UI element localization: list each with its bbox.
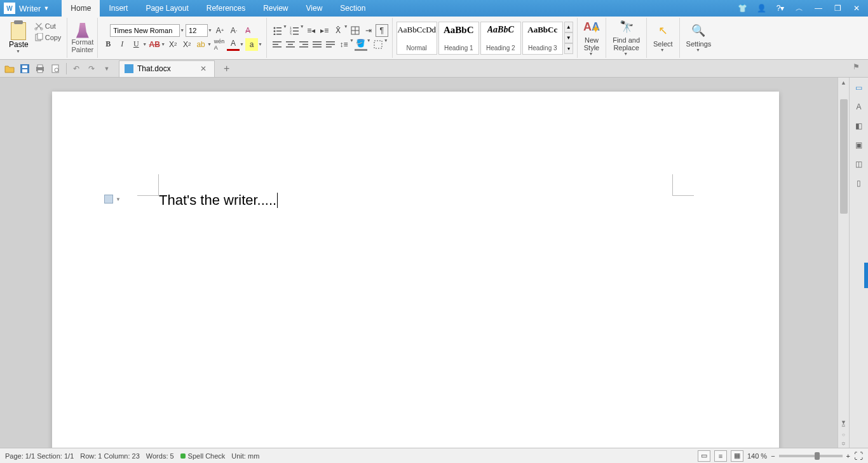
status-page[interactable]: Page: 1/1 Section: 1/1	[5, 452, 74, 460]
status-spellcheck[interactable]: Spell Check	[180, 452, 226, 460]
align-distribute-button[interactable]	[324, 38, 337, 51]
styles-more-icon[interactable]: ▾	[564, 43, 573, 54]
tab-view[interactable]: View	[297, 0, 332, 17]
pane-select-icon[interactable]: ◧	[853, 120, 865, 132]
increase-indent-button[interactable]: ▸≡	[318, 24, 331, 37]
styles-down-icon[interactable]: ▼	[564, 32, 573, 43]
status-row-col[interactable]: Row: 1 Column: 23	[80, 452, 140, 460]
superscript-button[interactable]: X2	[180, 38, 193, 51]
close-icon[interactable]: ✕	[851, 3, 862, 13]
view-outline-button[interactable]: ≡	[714, 450, 727, 462]
decrease-indent-button[interactable]: ≡◂	[305, 24, 318, 37]
zoom-out-button[interactable]: −	[771, 452, 775, 460]
browse-object-icon[interactable]: ○	[838, 430, 849, 439]
tab-review[interactable]: Review	[254, 0, 297, 17]
paragraph-handle[interactable]: ▼	[104, 195, 121, 204]
collapse-ribbon-icon[interactable]: ︿	[794, 3, 804, 13]
format-painter-button[interactable]: Format Painter	[71, 23, 93, 53]
grow-font-button[interactable]: A+	[214, 24, 226, 37]
numbering-button[interactable]: 123	[288, 24, 301, 37]
pane-navigation-icon[interactable]: ▭	[853, 81, 865, 94]
line-spacing-button[interactable]: ↕≡	[337, 38, 350, 51]
app-menu-dropdown[interactable]: ▼	[43, 5, 49, 11]
zoom-handle[interactable]	[815, 452, 820, 460]
font-name-dropdown[interactable]: ▼	[180, 28, 184, 32]
document-tab[interactable]: That.docx ✕	[119, 60, 215, 77]
tab-references[interactable]: References	[198, 0, 254, 17]
show-para-button[interactable]: ¶	[376, 24, 388, 37]
cut-button[interactable]: Cut	[32, 21, 64, 31]
zoom-level[interactable]: 140 %	[747, 452, 767, 460]
zoom-slider[interactable]	[779, 455, 843, 457]
pane-backup-icon[interactable]: ▯	[853, 177, 865, 190]
page[interactable]: ▼ That's the writer.....	[52, 92, 779, 448]
strikethrough-button[interactable]: AB	[148, 38, 161, 51]
change-case-button[interactable]: ab	[194, 38, 207, 51]
zoom-in-button[interactable]: +	[846, 452, 850, 460]
new-tab-button[interactable]: +	[220, 62, 234, 76]
qat-dropdown[interactable]: ▼	[100, 62, 114, 76]
document-content[interactable]: That's the writer.....	[159, 192, 278, 209]
style-normal[interactable]: AaBbCcDdNormal	[397, 22, 437, 55]
tab-settings-button[interactable]: ⇥	[362, 24, 375, 37]
select-button[interactable]: ↖ Select▼	[651, 22, 675, 54]
font-color-button[interactable]: A	[227, 38, 240, 51]
align-center-button[interactable]	[284, 38, 297, 51]
view-page-button[interactable]: ▭	[698, 450, 710, 462]
scroll-thumb[interactable]	[840, 99, 848, 214]
settings-button[interactable]: 🔍 Settings▼	[684, 22, 714, 54]
tab-home[interactable]: Home	[62, 0, 100, 17]
help-icon[interactable]: ?▾	[775, 3, 785, 13]
shading-button[interactable]: 🪣	[355, 38, 367, 51]
view-web-button[interactable]: ▦	[731, 450, 743, 462]
italic-button[interactable]: I	[116, 38, 128, 51]
style-heading2[interactable]: AaBbCHeading 2	[480, 22, 521, 55]
shirt-icon[interactable]: 👕	[737, 3, 747, 13]
undo-button[interactable]: ↶	[69, 62, 83, 76]
status-unit[interactable]: Unit: mm	[231, 452, 259, 460]
align-right-button[interactable]	[297, 38, 310, 51]
scroll-up-icon[interactable]: ▲	[838, 78, 849, 88]
underline-button[interactable]: U	[130, 38, 142, 51]
print-button[interactable]	[33, 62, 47, 76]
font-name-input[interactable]	[110, 24, 180, 37]
user-icon[interactable]: 👤	[756, 3, 766, 13]
style-heading1[interactable]: AaBbCHeading 1	[438, 22, 479, 55]
copy-button[interactable]: Copy	[32, 32, 64, 43]
highlight-button[interactable]: a	[245, 38, 258, 51]
tab-options-icon[interactable]: ⚑	[853, 62, 865, 75]
new-style-button[interactable]: AA✦ New Style▼	[581, 18, 602, 58]
tab-section[interactable]: Section	[331, 0, 374, 17]
status-words[interactable]: Words: 5	[146, 452, 174, 460]
tab-insert[interactable]: Insert	[100, 0, 137, 17]
open-button[interactable]	[3, 62, 17, 76]
restore-icon[interactable]: ❐	[832, 3, 843, 13]
print-preview-button[interactable]	[48, 62, 62, 76]
tab-page-layout[interactable]: Page Layout	[137, 0, 197, 17]
find-replace-button[interactable]: 🔭 Find and Replace▼	[610, 18, 642, 58]
asian-layout-button[interactable]: X̂	[332, 24, 344, 37]
pane-clipboard-icon[interactable]: ▣	[853, 139, 865, 151]
prev-page-icon[interactable]: ≏	[838, 421, 849, 430]
table-button[interactable]	[349, 24, 362, 37]
pane-style-icon[interactable]: A	[853, 100, 865, 113]
borders-button[interactable]	[372, 38, 384, 51]
paste-button[interactable]: Paste▼	[8, 21, 30, 55]
sidebar-collapse-handle[interactable]	[864, 263, 868, 288]
font-size-dropdown[interactable]: ▼	[208, 28, 212, 32]
pane-properties-icon[interactable]: ◫	[853, 158, 865, 170]
phonetic-button[interactable]: wénA	[213, 38, 226, 51]
subscript-button[interactable]: X2	[166, 38, 179, 51]
align-justify-button[interactable]	[311, 38, 323, 51]
vertical-scrollbar[interactable]: ▲ ▼ ≏ ○ ≎	[837, 78, 849, 448]
clear-format-button[interactable]: A̶	[241, 24, 254, 37]
style-heading3[interactable]: AaBbCcHeading 3	[522, 22, 563, 55]
shrink-font-button[interactable]: A-	[227, 24, 240, 37]
save-button[interactable]	[18, 62, 32, 76]
font-size-input[interactable]	[186, 24, 208, 37]
align-left-button[interactable]	[271, 38, 283, 51]
fit-page-button[interactable]: ⛶	[854, 451, 863, 461]
bold-button[interactable]: B	[102, 38, 114, 51]
close-tab-button[interactable]: ✕	[200, 64, 209, 73]
bullets-button[interactable]	[271, 24, 283, 37]
